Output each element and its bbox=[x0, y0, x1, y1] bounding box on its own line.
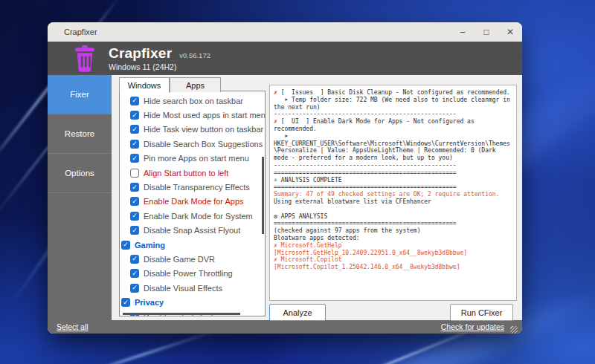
minimize-button[interactable]: – bbox=[451, 22, 475, 42]
checkbox-checked-icon[interactable] bbox=[130, 97, 139, 105]
header-text: Crapfixer v0.56.172 Windows 11 (24H2) bbox=[109, 45, 210, 71]
close-button[interactable]: ✕ bbox=[498, 22, 522, 42]
checklist-item[interactable]: Gaming bbox=[120, 238, 265, 252]
select-all-link[interactable]: Select all bbox=[57, 322, 89, 331]
checklist-item[interactable]: Pin more Apps on start menu bbox=[120, 152, 265, 166]
run-cfixer-button[interactable]: Run CFixer bbox=[450, 304, 513, 321]
console-line: ✗ [ Issues ] Basic Disk Cleanup - Not co… bbox=[274, 89, 512, 97]
checklist-item[interactable]: Disable Visual Effects bbox=[120, 281, 265, 295]
statusbar: Select all Check for updates bbox=[48, 320, 522, 334]
checklist-item[interactable]: Disable Game DVR bbox=[120, 252, 265, 266]
console-line: (checked against 97 apps from the system… bbox=[274, 227, 512, 235]
console-line: ⚙ APPS ANALYSIS bbox=[274, 213, 512, 221]
titlebar: Crapfixer – □ ✕ bbox=[48, 22, 522, 42]
console-text-segment: ➤ HKEY_CURRENT_USER\Software\Microsoft\W… bbox=[274, 133, 510, 161]
checklist-item[interactable]: Disable Power Throttling bbox=[120, 267, 265, 281]
console-text-segment: Summary: 47 of 49 checked settings are O… bbox=[274, 191, 499, 198]
console-line: ➤ HKEY_CURRENT_USER\Software\Microsoft\W… bbox=[274, 133, 512, 162]
checklist-item[interactable]: Hide search box on taskbar bbox=[120, 94, 265, 108]
checkbox-unchecked-icon[interactable] bbox=[130, 169, 139, 178]
console-line: ✗ Microsoft.Copilot [Microsoft.Copilot_1… bbox=[274, 256, 512, 271]
console-text-segment: ========================================… bbox=[274, 183, 457, 190]
checklist-item[interactable]: Enable Dark Mode for System bbox=[120, 209, 265, 223]
console-text-segment: ⚙ APPS ANALYSIS bbox=[274, 213, 327, 220]
checklist-item[interactable]: Disable Search Box Suggestions bbox=[120, 137, 265, 151]
checklist-item[interactable]: Hide Most used apps in start menu bbox=[120, 108, 265, 122]
console-text-segment: ✗ Microsoft.Copilot [Microsoft.Copilot_1… bbox=[274, 256, 460, 270]
checklist-item-label: Disable Snap Assist Flyout bbox=[144, 226, 240, 235]
console-text-segment: Using external bloatware list via CFEnha… bbox=[274, 198, 431, 205]
tab-strip: WindowsApps bbox=[119, 77, 221, 93]
console-line: ----------------------------------------… bbox=[274, 111, 512, 118]
console-line: ========================================… bbox=[274, 169, 512, 177]
checklist-item-label: Privacy bbox=[135, 298, 164, 307]
sidebar-item-options[interactable]: Options bbox=[48, 154, 112, 193]
crapfixer-window: Crapfixer – □ ✕ Crapfixer v0.56.172 Wind… bbox=[48, 22, 522, 334]
tab-apps[interactable]: Apps bbox=[170, 77, 221, 92]
tab-windows[interactable]: Windows bbox=[119, 77, 170, 93]
checklist-item-label: Disable Game DVR bbox=[144, 255, 215, 264]
checkbox-checked-icon[interactable] bbox=[130, 255, 139, 264]
console-line: ========================================… bbox=[274, 220, 512, 227]
checklist-item-label: Hide Most used apps in start menu bbox=[144, 111, 266, 120]
os-label: Windows 11 (24H2) bbox=[109, 62, 210, 71]
checkbox-checked-icon[interactable] bbox=[121, 298, 130, 307]
checkbox-checked-icon[interactable] bbox=[130, 125, 139, 134]
trash-icon bbox=[73, 45, 97, 72]
checklist-item[interactable]: Disable Transparency Effects bbox=[120, 180, 265, 194]
console-text-segment: ⌕ ANALYSIS COMPLETE bbox=[274, 177, 342, 183]
console-text-segment: ➤ Temp folder size: 722 MB (We need also… bbox=[274, 97, 514, 111]
checkbox-checked-icon[interactable] bbox=[130, 226, 139, 235]
checkbox-checked-icon[interactable] bbox=[130, 284, 139, 293]
checkbox-checked-icon[interactable] bbox=[130, 154, 139, 163]
checklist-item[interactable]: Privacy bbox=[120, 295, 265, 309]
main-content: WindowsApps Hide search box on taskbarHi… bbox=[112, 75, 522, 320]
console-line bbox=[274, 206, 512, 213]
check-for-updates-link[interactable]: Check for updates bbox=[441, 322, 504, 331]
vertical-scrollbar[interactable] bbox=[262, 157, 264, 234]
analysis-console[interactable]: ✗ [ Issues ] Basic Disk Cleanup - Not co… bbox=[269, 85, 517, 301]
checklist-item-label: Hide search box on taskbar bbox=[144, 97, 243, 105]
checklist-item-label: Align Start button to left bbox=[144, 169, 228, 178]
console-text-segment: ✗ Microsoft.GetHelp [Microsoft.GetHelp_1… bbox=[274, 242, 467, 256]
checklist-item-label: Disable Transparency Effects bbox=[144, 183, 250, 192]
console-line: ----------------------------------------… bbox=[274, 162, 512, 169]
sidebar-item-restore[interactable]: Restore bbox=[48, 114, 112, 154]
checklist-item[interactable]: Disable Snap Assist Flyout bbox=[120, 224, 265, 238]
checklist-item[interactable]: Hide Task view button on taskbar bbox=[120, 123, 265, 137]
sidebar-item-fixer[interactable]: Fixer bbox=[48, 75, 112, 114]
sidebar: FixerRestoreOptions bbox=[48, 75, 112, 320]
app-header: Crapfixer v0.56.172 Windows 11 (24H2) bbox=[48, 42, 522, 75]
checklist-item-label: Disable Search Box Suggestions bbox=[144, 140, 263, 149]
window-body: FixerRestoreOptions WindowsApps Hide sea… bbox=[48, 75, 522, 320]
checklist-panel: Hide search box on taskbarHide Most used… bbox=[119, 91, 266, 316]
console-line: ➤ Temp folder size: 722 MB (We need also… bbox=[274, 97, 512, 111]
checkbox-checked-icon[interactable] bbox=[130, 269, 139, 278]
console-line: ✗ [ UI ] Enable Dark Mode for Apps - Not… bbox=[274, 118, 512, 133]
checkbox-checked-icon[interactable] bbox=[130, 212, 139, 221]
checkbox-checked-icon[interactable] bbox=[130, 197, 139, 206]
console-line: ⌕ ANALYSIS COMPLETE bbox=[274, 177, 512, 184]
maximize-button[interactable]: □ bbox=[475, 22, 498, 42]
console-text-segment: Bloatware apps detected: bbox=[274, 235, 360, 241]
checklist-item-label: Pin more Apps on start menu bbox=[144, 154, 249, 163]
checklist-item-label: Disable Power Throttling bbox=[144, 269, 233, 278]
checklist-item[interactable]: Enable Dark Mode for Apps bbox=[120, 195, 265, 209]
console-line: ========================================… bbox=[274, 183, 512, 191]
checklist: Hide search box on taskbarHide Most used… bbox=[120, 91, 265, 316]
app-name: Crapfixer bbox=[109, 45, 172, 62]
console-line: ✗ Microsoft.GetHelp [Microsoft.GetHelp_1… bbox=[274, 242, 512, 257]
checkbox-checked-icon[interactable] bbox=[130, 140, 139, 149]
checklist-item-label: Hide Task view button on taskbar bbox=[144, 125, 263, 134]
checkbox-checked-icon[interactable] bbox=[130, 183, 139, 192]
checklist-item[interactable]: Align Start button to left bbox=[120, 166, 265, 180]
resize-grip-icon[interactable] bbox=[510, 326, 518, 334]
checkbox-checked-icon[interactable] bbox=[121, 241, 130, 250]
console-text-segment: [ Issues ] Basic Disk Cleanup - Not conf… bbox=[277, 89, 510, 96]
console-text-segment: ----------------------------------------… bbox=[274, 162, 457, 169]
checkbox-checked-icon[interactable] bbox=[130, 111, 139, 120]
horizontal-scrollbar[interactable] bbox=[123, 313, 240, 315]
console-text-segment: ========================================… bbox=[274, 169, 457, 176]
analyze-button[interactable]: Analyze bbox=[269, 304, 326, 321]
console-line: Using external bloatware list via CFEnha… bbox=[274, 198, 512, 206]
